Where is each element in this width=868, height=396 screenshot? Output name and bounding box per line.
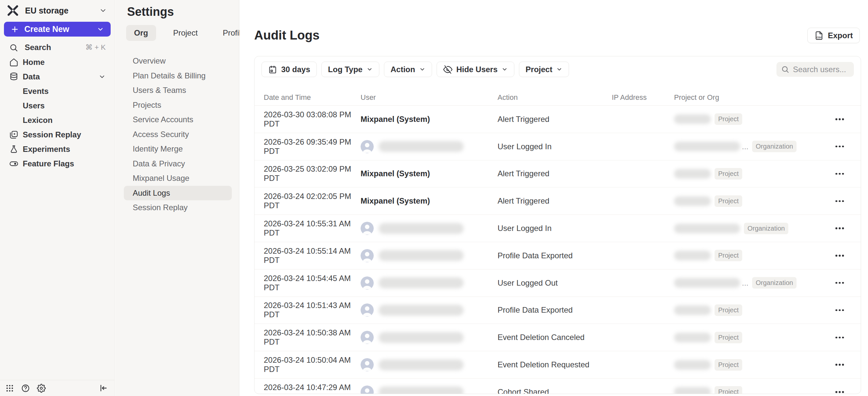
chevron-down-icon xyxy=(419,66,426,72)
cell-datetime: 2026-03-24 10:51:43 AM PDT xyxy=(264,301,361,319)
target-type-badge: Project xyxy=(715,250,742,261)
table-row: 2026-03-24 10:55:14 AM PDT Profile Data … xyxy=(254,242,861,270)
table-row: 2026-03-24 10:54:45 AM PDT User Logged O… xyxy=(254,270,861,297)
csv-file-icon: CSV xyxy=(814,31,824,40)
col-header-user: User xyxy=(361,93,498,102)
cell-project-or-org: Project xyxy=(674,304,827,316)
sidebar-item-home[interactable]: Home xyxy=(0,55,114,69)
settings-item-identity-merge[interactable]: Identity Merge xyxy=(124,142,232,156)
cell-datetime: 2026-03-24 10:50:38 AM PDT xyxy=(264,328,361,346)
redacted-user-email xyxy=(379,277,464,288)
settings-item-session-replay[interactable]: Session Replay xyxy=(124,200,232,215)
search-label: Search xyxy=(25,43,51,52)
cell-action: Alert Triggered xyxy=(498,196,612,206)
row-actions-menu-button[interactable] xyxy=(833,142,846,151)
cell-row-menu xyxy=(827,306,853,315)
redacted-user-email xyxy=(379,359,464,370)
redacted-target-name xyxy=(674,387,711,394)
cell-datetime: 2026-03-24 02:02:05 PM PDT xyxy=(264,192,361,210)
row-actions-menu-button[interactable] xyxy=(833,333,846,342)
action-filter-button[interactable]: Action xyxy=(384,62,432,77)
table-row: 2026-03-24 10:50:04 AM PDT Event Deletio… xyxy=(254,351,861,378)
cell-project-or-org: Project xyxy=(674,113,827,125)
help-icon[interactable] xyxy=(21,384,30,393)
flask-icon xyxy=(9,145,19,154)
row-actions-menu-button[interactable] xyxy=(833,251,846,260)
row-actions-menu-button[interactable] xyxy=(833,170,846,178)
chevron-down-icon xyxy=(97,26,104,33)
row-actions-menu-button[interactable] xyxy=(833,279,846,287)
search-users-input[interactable] xyxy=(793,65,849,74)
table-row: 2026-03-24 02:02:05 PM PDT Mixpanel (Sys… xyxy=(254,187,861,215)
settings-item-data-privacy[interactable]: Data & Privacy xyxy=(124,156,232,171)
target-type-badge: Organization xyxy=(744,223,788,234)
redacted-user-email xyxy=(379,223,464,234)
settings-item-mixpanel-usage[interactable]: Mixpanel Usage xyxy=(124,171,232,186)
mixpanel-logo-icon xyxy=(7,4,19,17)
target-type-badge: Project xyxy=(715,168,742,180)
settings-item-users-teams[interactable]: Users & Teams xyxy=(124,83,232,98)
cell-user xyxy=(361,276,498,290)
sidebar-item-lexicon[interactable]: Lexicon xyxy=(0,113,114,127)
sidebar-item-users[interactable]: Users xyxy=(0,98,114,113)
row-actions-menu-button[interactable] xyxy=(833,360,846,369)
row-actions-menu-button[interactable] xyxy=(833,388,846,394)
target-type-badge: Project xyxy=(715,386,742,394)
chevron-down-icon xyxy=(98,73,106,81)
apps-grid-icon[interactable] xyxy=(5,384,14,393)
gear-icon[interactable] xyxy=(37,384,46,393)
sidebar-item-data[interactable]: Data xyxy=(0,69,114,84)
cell-action: User Logged In xyxy=(498,224,612,233)
cell-user xyxy=(361,249,498,262)
cell-project-or-org: ... Organization xyxy=(674,277,827,288)
cell-datetime: 2026-03-30 03:08:08 PM PDT xyxy=(264,110,361,128)
log-type-filter-button[interactable]: Log Type xyxy=(321,62,379,77)
settings-item-audit-logs[interactable]: Audit Logs xyxy=(124,186,232,201)
chevron-down-icon xyxy=(367,66,373,72)
sidebar-item-events[interactable]: Events xyxy=(0,84,114,98)
sidebar-item-label: Home xyxy=(23,58,45,67)
cell-user xyxy=(361,303,498,316)
create-new-button[interactable]: Create New xyxy=(4,22,111,37)
settings-item-access-security[interactable]: Access Security xyxy=(124,127,232,142)
sidebar-search[interactable]: Search ⌘ + K xyxy=(0,40,114,55)
collapse-sidebar-icon[interactable] xyxy=(99,384,108,392)
user-name: Mixpanel (System) xyxy=(361,115,430,124)
cell-action: Alert Triggered xyxy=(498,115,612,124)
user-name: Mixpanel (System) xyxy=(361,169,430,178)
table-row: 2026-03-24 10:47:29 AM PDT Cohort Shared… xyxy=(254,378,861,394)
cell-datetime: 2026-03-26 09:35:49 PM PDT xyxy=(264,138,361,156)
redacted-user-email xyxy=(379,305,464,315)
row-actions-menu-button[interactable] xyxy=(833,224,846,233)
chevron-down-icon xyxy=(99,7,107,14)
log-type-label: Log Type xyxy=(328,65,363,74)
date-range-filter-button[interactable]: 30 days xyxy=(261,62,317,77)
row-actions-menu-button[interactable] xyxy=(833,115,846,124)
row-actions-menu-button[interactable] xyxy=(833,197,846,206)
table-row: 2026-03-24 10:51:43 AM PDT Profile Data … xyxy=(254,297,861,324)
redacted-target-name xyxy=(674,169,711,179)
table-row: 2026-03-30 03:08:08 PM PDT Mixpanel (Sys… xyxy=(254,106,861,133)
project-filter-button[interactable]: Project xyxy=(519,62,569,77)
table-row: 2026-03-24 10:55:31 AM PDT User Logged I… xyxy=(254,215,861,242)
sidebar-item-feature-flags[interactable]: Feature Flags xyxy=(0,156,114,171)
redacted-user-email xyxy=(379,332,464,343)
workspace-switcher[interactable]: EU storage xyxy=(7,3,107,18)
truncation-ellipsis: ... xyxy=(742,278,748,287)
settings-item-plan-details-billing[interactable]: Plan Details & Billing xyxy=(124,68,232,83)
tab-project[interactable]: Project xyxy=(165,25,206,41)
cell-project-or-org: Project xyxy=(674,250,827,261)
row-actions-menu-button[interactable] xyxy=(833,306,846,315)
settings-item-overview[interactable]: Overview xyxy=(124,54,232,68)
hide-users-filter-button[interactable]: Hide Users xyxy=(437,62,514,77)
tab-org[interactable]: Org xyxy=(126,25,156,41)
sidebar-item-experiments[interactable]: Experiments xyxy=(0,142,114,156)
sidebar-item-session-replay[interactable]: Session Replay xyxy=(0,127,114,142)
redacted-target-name xyxy=(674,360,711,370)
target-type-badge: Organization xyxy=(752,277,797,288)
settings-menu: Overview Plan Details & Billing Users & … xyxy=(124,54,232,215)
export-button[interactable]: CSV Export xyxy=(807,28,860,43)
settings-item-service-accounts[interactable]: Service Accounts xyxy=(124,112,232,127)
avatar xyxy=(361,140,374,153)
settings-item-projects[interactable]: Projects xyxy=(124,98,232,113)
